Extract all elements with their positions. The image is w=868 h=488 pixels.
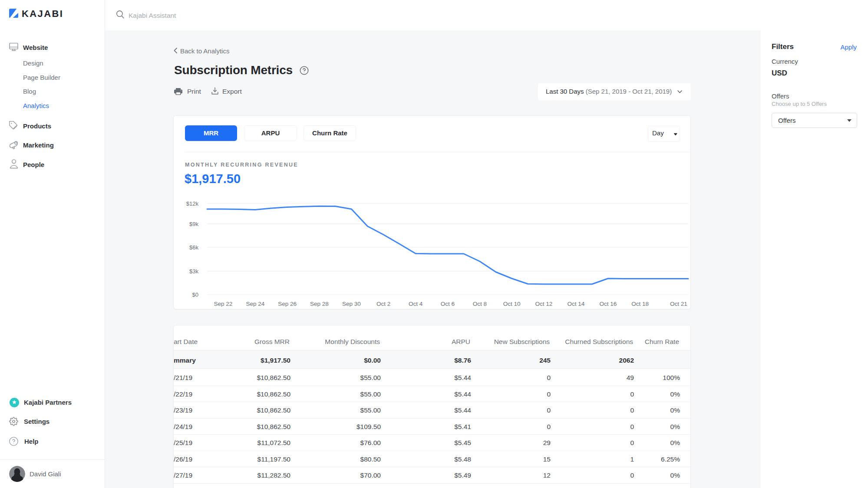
svg-text:Sep 30: Sep 30 [342, 301, 361, 307]
svg-text:Oct 8: Oct 8 [473, 301, 487, 307]
svg-text:$3k: $3k [189, 268, 198, 275]
svg-text:Oct 18: Oct 18 [631, 301, 649, 307]
svg-text:Oct 4: Oct 4 [409, 301, 423, 307]
svg-text:Oct 16: Oct 16 [599, 301, 617, 307]
svg-text:Oct 2: Oct 2 [376, 301, 390, 307]
svg-text:$12k: $12k [186, 200, 199, 207]
svg-text:Sep 28: Sep 28 [310, 301, 329, 307]
svg-text:Oct 14: Oct 14 [568, 301, 585, 307]
svg-text:$6k: $6k [189, 244, 198, 251]
svg-text:Oct 12: Oct 12 [535, 301, 553, 307]
svg-text:Sep 24: Sep 24 [246, 301, 264, 307]
svg-text:Oct 10: Oct 10 [503, 301, 521, 307]
svg-text:Sep 22: Sep 22 [214, 301, 233, 307]
svg-text:Oct 6: Oct 6 [441, 301, 455, 307]
svg-text:$9k: $9k [189, 221, 198, 227]
svg-text:Oct 21: Oct 21 [670, 301, 687, 307]
svg-text:$0: $0 [192, 291, 198, 298]
svg-text:Sep 26: Sep 26 [278, 301, 297, 307]
